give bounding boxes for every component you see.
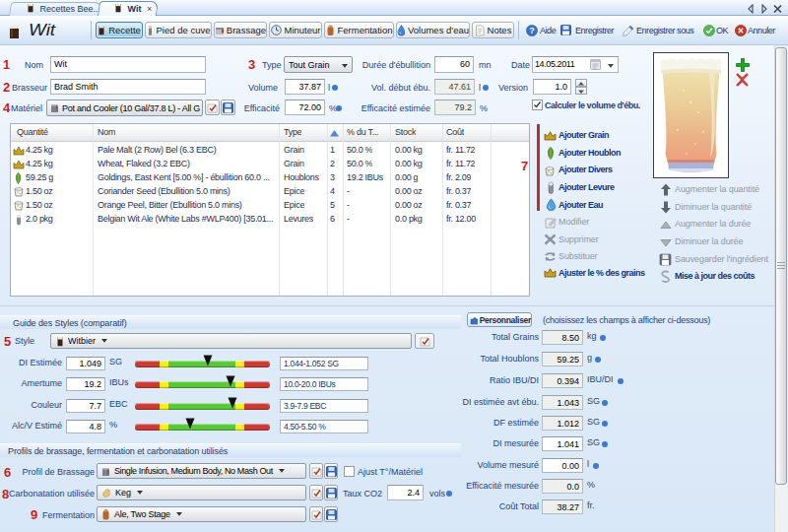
svg-text:?: ?	[529, 26, 535, 35]
